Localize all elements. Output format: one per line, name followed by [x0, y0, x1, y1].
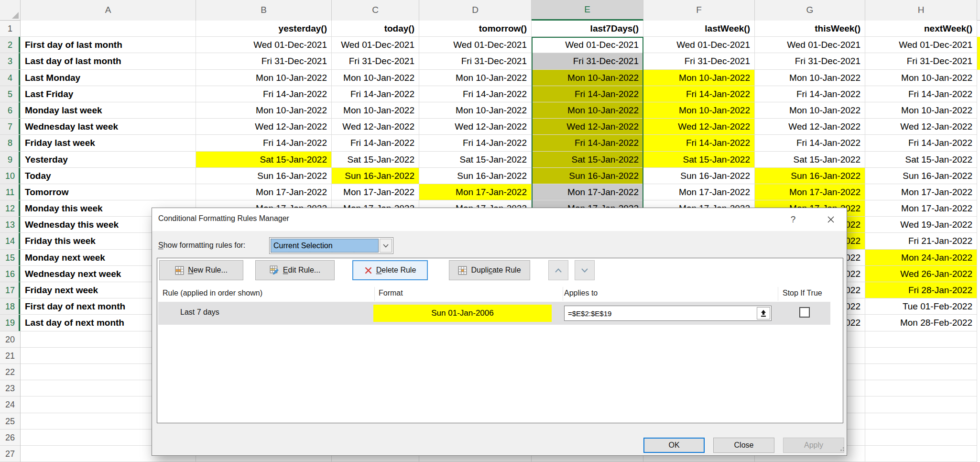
- rule-row[interactable]: Last 7 days Sun 01-Jan-2006: [158, 302, 830, 325]
- cell-H10[interactable]: Sun 16-Jan-2022: [865, 168, 977, 184]
- cell-H27[interactable]: [865, 446, 977, 462]
- cell-D7[interactable]: Wed 12-Jan-2022: [419, 119, 532, 135]
- cell-H13[interactable]: Wed 19-Jan-2022: [865, 217, 977, 233]
- column-header-B[interactable]: B: [196, 0, 332, 21]
- resize-grip[interactable]: [838, 445, 845, 453]
- cell-C5[interactable]: Fri 14-Jan-2022: [332, 86, 419, 102]
- row-header-14[interactable]: 14: [0, 233, 20, 249]
- row-header-16[interactable]: 16: [0, 266, 20, 282]
- duplicate-rule-button[interactable]: Duplicate Rule: [449, 260, 530, 280]
- cell-C1[interactable]: today(): [332, 21, 419, 37]
- cell-E1[interactable]: last7Days(): [532, 21, 643, 37]
- column-header-E[interactable]: E: [532, 0, 643, 21]
- cell-F1[interactable]: lastWeek(): [643, 21, 755, 37]
- cell-H21[interactable]: [865, 348, 977, 364]
- cell-D8[interactable]: Fri 14-Jan-2022: [419, 135, 532, 151]
- row-header-12[interactable]: 12: [0, 200, 20, 217]
- cell-F11[interactable]: Mon 17-Jan-2022: [643, 184, 755, 200]
- cell-A5[interactable]: Last Friday: [21, 86, 196, 102]
- cell-E3[interactable]: Fri 31-Dec-2021: [532, 53, 643, 69]
- cell-E10[interactable]: Sun 16-Jan-2022: [532, 168, 643, 184]
- cell-A10[interactable]: Today: [21, 168, 196, 184]
- cell-B11[interactable]: Mon 17-Jan-2022: [196, 184, 332, 200]
- row-header-13[interactable]: 13: [0, 217, 20, 233]
- cell-F7[interactable]: Wed 12-Jan-2022: [643, 119, 755, 135]
- cell-E7[interactable]: Wed 12-Jan-2022: [532, 119, 643, 135]
- stop-if-true-checkbox[interactable]: [799, 307, 810, 318]
- rules-scope-dropdown[interactable]: Current Selection: [269, 237, 393, 254]
- cell-C7[interactable]: Wed 12-Jan-2022: [332, 119, 419, 135]
- cell-E6[interactable]: Mon 10-Jan-2022: [532, 102, 643, 119]
- cell-E4[interactable]: Mon 10-Jan-2022: [532, 70, 643, 86]
- cell-A3[interactable]: Last day of last month: [21, 53, 196, 69]
- cell-B2[interactable]: Wed 01-Dec-2021: [196, 37, 332, 53]
- cell-H7[interactable]: Wed 12-Jan-2022: [865, 119, 977, 135]
- cell-F9[interactable]: Sat 15-Jan-2022: [643, 152, 755, 168]
- row-header-9[interactable]: 9: [0, 152, 20, 168]
- cell-G10[interactable]: Sun 16-Jan-2022: [755, 168, 865, 184]
- cell-C11[interactable]: Mon 17-Jan-2022: [332, 184, 419, 200]
- cell-A1[interactable]: [21, 21, 196, 37]
- cell-B10[interactable]: Sun 16-Jan-2022: [196, 168, 332, 184]
- select-all-corner[interactable]: [0, 0, 21, 21]
- cell-H16[interactable]: Wed 26-Jan-2022: [865, 266, 977, 282]
- cell-D10[interactable]: Sun 16-Jan-2022: [419, 168, 532, 184]
- column-header-A[interactable]: A: [21, 0, 196, 21]
- cell-G7[interactable]: Wed 12-Jan-2022: [755, 119, 865, 135]
- cell-E9[interactable]: Sat 15-Jan-2022: [532, 152, 643, 168]
- cell-G9[interactable]: Sat 15-Jan-2022: [755, 152, 865, 168]
- row-header-15[interactable]: 15: [0, 250, 20, 266]
- cell-H4[interactable]: Mon 10-Jan-2022: [865, 70, 977, 86]
- cell-G8[interactable]: Fri 14-Jan-2022: [755, 135, 865, 151]
- row-header-11[interactable]: 11: [0, 184, 20, 200]
- cell-H3[interactable]: Fri 31-Dec-2021: [865, 53, 977, 69]
- cell-H1[interactable]: nextWeek(): [865, 21, 977, 37]
- cell-D4[interactable]: Mon 10-Jan-2022: [419, 70, 532, 86]
- edit-rule-button[interactable]: Edit Rule...: [255, 260, 335, 280]
- cell-H15[interactable]: Mon 24-Jan-2022: [865, 250, 977, 266]
- cell-C9[interactable]: Sat 15-Jan-2022: [332, 152, 419, 168]
- cell-H11[interactable]: Mon 17-Jan-2022: [865, 184, 977, 200]
- cell-H23[interactable]: [865, 380, 977, 396]
- delete-rule-button[interactable]: Delete Rule: [352, 260, 428, 280]
- move-rule-down-button[interactable]: [575, 260, 595, 280]
- cell-H26[interactable]: [865, 429, 977, 446]
- column-header-H[interactable]: H: [865, 0, 977, 21]
- column-header-D[interactable]: D: [419, 0, 532, 21]
- column-header-G[interactable]: G: [755, 0, 865, 21]
- close-button[interactable]: Close: [713, 438, 774, 453]
- row-header-21[interactable]: 21: [0, 348, 20, 364]
- cell-H22[interactable]: [865, 364, 977, 380]
- row-header-7[interactable]: 7: [0, 119, 20, 135]
- cell-D2[interactable]: Wed 01-Dec-2021: [419, 37, 532, 53]
- ok-button[interactable]: OK: [643, 438, 705, 453]
- cell-G6[interactable]: Mon 10-Jan-2022: [755, 102, 865, 119]
- cell-H25[interactable]: [865, 413, 977, 429]
- row-header-6[interactable]: 6: [0, 102, 20, 119]
- cell-B3[interactable]: Fri 31-Dec-2021: [196, 53, 332, 69]
- cell-G4[interactable]: Mon 10-Jan-2022: [755, 70, 865, 86]
- cell-D9[interactable]: Sat 15-Jan-2022: [419, 152, 532, 168]
- cell-E8[interactable]: Fri 14-Jan-2022: [532, 135, 643, 151]
- cell-C2[interactable]: Wed 01-Dec-2021: [332, 37, 419, 53]
- cell-H2[interactable]: Wed 01-Dec-2021: [865, 37, 977, 53]
- cell-H14[interactable]: Fri 21-Jan-2022: [865, 233, 977, 249]
- row-header-8[interactable]: 8: [0, 135, 20, 151]
- cell-A9[interactable]: Yesterday: [21, 152, 196, 168]
- row-header-25[interactable]: 25: [0, 413, 20, 429]
- cell-H12[interactable]: Mon 17-Jan-2022: [865, 200, 977, 217]
- applies-to-input[interactable]: [565, 306, 758, 320]
- dialog-titlebar[interactable]: Conditional Formatting Rules Manager ?: [152, 208, 847, 231]
- help-icon[interactable]: ?: [785, 212, 801, 227]
- cell-H24[interactable]: [865, 396, 977, 413]
- close-icon[interactable]: [823, 212, 838, 227]
- row-header-5[interactable]: 5: [0, 86, 20, 102]
- cell-H6[interactable]: Mon 10-Jan-2022: [865, 102, 977, 119]
- cell-F6[interactable]: Mon 10-Jan-2022: [643, 102, 755, 119]
- row-header-22[interactable]: 22: [0, 364, 20, 380]
- row-header-10[interactable]: 10: [0, 168, 20, 184]
- cell-A11[interactable]: Tomorrow: [21, 184, 196, 200]
- cell-F4[interactable]: Mon 10-Jan-2022: [643, 70, 755, 86]
- row-header-26[interactable]: 26: [0, 429, 20, 446]
- cell-B1[interactable]: yesterday(): [196, 21, 332, 37]
